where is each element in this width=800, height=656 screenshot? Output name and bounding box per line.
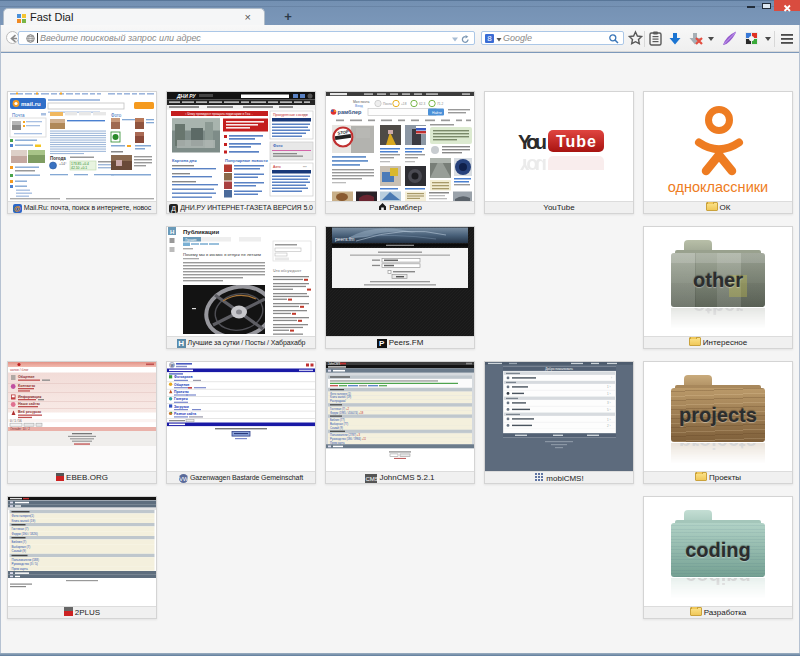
svg-text:Проекты: Проекты (174, 390, 189, 394)
svg-text:JohnCMS: JohnCMS (328, 362, 340, 366)
svg-text:Добро пожаловать: Добро пожаловать (545, 367, 573, 371)
svg-text:Почта: Почта (383, 102, 392, 106)
svg-text:1 ›: 1 › (607, 392, 611, 396)
svg-text:⇒ Чему президент прощать педин: ⇒ Чему президент прощать пединарии в Гоа… (184, 112, 254, 116)
svg-text:Книга жалоб (19): Книга жалоб (19) (12, 519, 36, 523)
svg-text:2 ›: 2 › (607, 424, 611, 428)
svg-text:ДНИ.РУ: ДНИ.РУ (176, 93, 196, 99)
svg-text:Найти: Найти (432, 111, 442, 115)
svg-text:Прем карта: Прем карта (330, 441, 345, 445)
svg-text:Фото: Фото (111, 113, 122, 118)
svg-text:Фотоархив: Фотоархив (174, 375, 193, 379)
svg-text:Библия (77): Библия (77) (330, 418, 345, 422)
svg-text:одноклассники: одноклассники (668, 179, 768, 195)
svg-text:Книга жалоб (19): Книга жалоб (19) (330, 395, 351, 399)
svg-text:5 ›: 5 › (607, 408, 611, 412)
svg-text:▪▪▪: ▪▪▪ (303, 165, 307, 169)
svg-text:Почему мы в космос в отпуск не: Почему мы в космос в отпуск не летаем (183, 252, 261, 257)
svg-text:Авто: Авто (273, 165, 281, 169)
svg-text:Популярные новости: Популярные новости (225, 158, 268, 163)
svg-text:Гостевая (7) +2: Гостевая (7) +2 (330, 407, 350, 411)
svg-text:Общение: Общение (18, 375, 34, 379)
svg-text:Вход: Вход (355, 104, 363, 108)
svg-text:Пользователи (2787) +3: Пользователи (2787) +3 (330, 433, 360, 437)
svg-text:Выборная (7): Выборная (7) (12, 545, 31, 549)
svg-text:+14°: +14° (59, 162, 67, 166)
svg-text:mail.ru: mail.ru (21, 101, 41, 107)
svg-text:Выборная (77): Выборная (77) (330, 422, 348, 426)
svg-text:+18: +18 (401, 102, 407, 106)
svg-text:Tube: Tube (556, 133, 596, 150)
svg-text:3 ›: 3 › (607, 401, 611, 405)
svg-text:›: › (611, 376, 612, 380)
svg-text:Что обсуждают: Что обсуждают (273, 268, 301, 273)
svg-text:0 / 1 / 56: 0 / 1 / 56 (10, 419, 22, 423)
svg-text:Контакты: Контакты (18, 384, 35, 388)
svg-text:Гостевая (7): Гостевая (7) (12, 527, 29, 531)
svg-text:Прем карта: Прем карта (12, 567, 28, 571)
svg-text:Погода: Погода (50, 156, 66, 161)
svg-text:Библия (7): Библия (7) (12, 540, 27, 544)
svg-text:Пользователи (188): Пользователи (188) (12, 558, 39, 562)
svg-text:Наши сайты: Наши сайты (18, 402, 40, 406)
svg-text:Фото галерея(1): Фото галерея(1) (12, 514, 34, 518)
svg-text:Разное сайта: Разное сайта (174, 412, 196, 416)
svg-text:Почта: Почта (12, 113, 25, 118)
svg-text:Загрузки: Загрузки (174, 405, 189, 409)
svg-text:Сказай (9): Сказай (9) (12, 549, 26, 553)
svg-text:Распродажа!: Распродажа! (330, 399, 346, 403)
svg-text:1 ›: 1 › (607, 418, 611, 422)
svg-text:Фото: Фото (273, 144, 283, 148)
svg-text:42.10 +0.1: 42.10 +0.1 (71, 166, 87, 170)
svg-text:Информация: Информация (18, 395, 41, 399)
svg-text:рамблер: рамблер (338, 109, 362, 115)
svg-text:Форум (190 / 1826): Форум (190 / 1826) (12, 532, 38, 536)
svg-text:1 ›: 1 › (607, 385, 611, 389)
svg-text:Картина дня: Картина дня (172, 158, 197, 163)
svg-text:You: You (518, 131, 547, 153)
svg-text:Руководство (3 / 5): Руководство (3 / 5) (12, 562, 38, 566)
svg-text:Публикации: Публикации (183, 229, 219, 235)
svg-text:62.3: 62.3 (419, 102, 425, 106)
svg-text:Лучшие: Лучшие (185, 238, 197, 242)
svg-text:Руководство (186 / 3984) +11: Руководство (186 / 3984) +11 (330, 437, 367, 441)
svg-text:H: H (170, 229, 174, 235)
svg-text:Галерея: Галерея (174, 397, 188, 401)
svg-text:▪▪▪: ▪▪▪ (303, 113, 307, 117)
svg-text:Сказай (9): Сказай (9) (330, 426, 343, 430)
svg-text:Общение: Общение (174, 383, 190, 387)
svg-text:Фото галерея (1): Фото галерея (1) (330, 392, 351, 396)
svg-text:чатов / блог: чатов / блог (10, 368, 29, 372)
svg-text:peers.fm: peers.fm (335, 236, 354, 242)
svg-text:Онлайн: 10 / 2: Онлайн: 10 / 2 (10, 427, 30, 431)
svg-text:Форум (1985 / 456074) +18: Форум (1985 / 456074) +18 (330, 411, 364, 415)
svg-text:71.2: 71.2 (437, 102, 443, 106)
